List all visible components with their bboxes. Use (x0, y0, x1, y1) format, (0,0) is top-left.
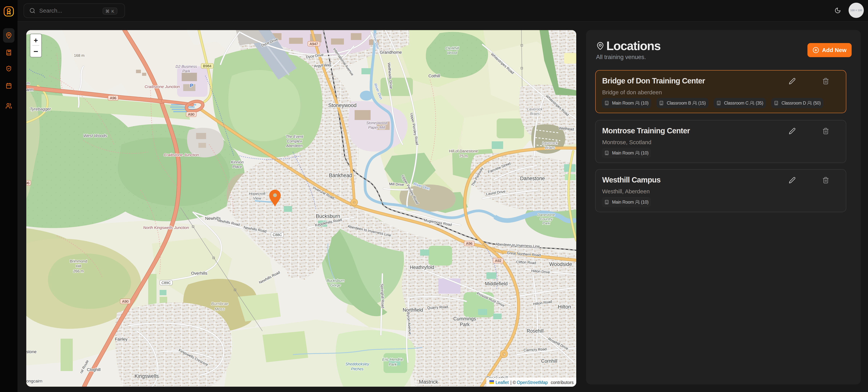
svg-text:arm: arm (26, 87, 33, 92)
svg-text:Springhill Road: Springhill Road (380, 283, 385, 308)
svg-text:A96: A96 (26, 181, 30, 185)
svg-text:A96: A96 (466, 242, 472, 245)
svg-text:Sheddocksley: Sheddocksley (345, 362, 369, 366)
svg-text:Stoneywood: Stoneywood (366, 121, 388, 125)
svg-text:A92: A92 (495, 259, 501, 263)
svg-text:Pitches: Pitches (351, 367, 364, 371)
svg-text:The Event: The Event (286, 134, 303, 139)
svg-text:North Kingswells Junction: North Kingswells Junction (143, 225, 189, 230)
svg-text:Bucksburn: Bucksburn (327, 278, 345, 283)
svg-text:168 m: 168 m (74, 53, 85, 58)
svg-text:Park: Park (460, 322, 470, 327)
svg-text:©: © (513, 380, 516, 385)
svg-text:Overhills: Overhills (191, 271, 207, 276)
svg-text:Danestone: Danestone (537, 213, 555, 217)
svg-text:Tyrebagger: Tyrebagger (30, 107, 52, 112)
svg-text:P: P (190, 83, 193, 88)
svg-text:Braes: Braes (545, 146, 555, 150)
svg-text:Clerkhill: Clerkhill (445, 46, 459, 50)
svg-text:D2 Business: D2 Business (176, 64, 197, 68)
svg-text:A96: A96 (110, 96, 116, 100)
svg-text:Eric Hendrie: Eric Hendrie (382, 357, 403, 362)
svg-text:Woodside: Woodside (549, 261, 572, 267)
svg-text:Laverock: Laverock (542, 141, 558, 145)
svg-text:C88C: C88C (273, 233, 282, 237)
svg-text:Bankhead: Bankhead (329, 173, 352, 178)
svg-text:Complex: Complex (287, 139, 302, 143)
svg-text:Northfield: Northfield (403, 307, 423, 312)
svg-text:Bucksburn: Bucksburn (316, 213, 340, 219)
svg-text:Paper Mill: Paper Mill (368, 125, 385, 129)
svg-text:Cloghill: Cloghill (87, 367, 100, 372)
svg-text:Wood: Wood (447, 51, 457, 55)
svg-text:Park: Park (542, 221, 550, 225)
svg-text:m: m (27, 81, 30, 85)
svg-text:Hilton: Hilton (558, 304, 571, 310)
svg-text:Brimmond: Brimmond (70, 259, 87, 263)
svg-text:Grandhome: Grandhome (380, 50, 402, 55)
svg-text:Park: Park (389, 362, 397, 366)
svg-text:Kingswells: Kingswells (134, 373, 159, 379)
svg-text:Leaflet: Leaflet (496, 380, 509, 385)
svg-text:|: | (510, 380, 512, 385)
svg-text:Cornhill: Cornhill (541, 358, 557, 364)
svg-text:+: + (34, 36, 38, 44)
svg-text:Stoneywood: Stoneywood (328, 102, 357, 108)
svg-text:Rosehill: Rosehill (527, 328, 544, 334)
svg-text:−: − (33, 47, 38, 56)
svg-text:Fairley: Fairley (115, 337, 127, 341)
svg-text:Cothill: Cothill (428, 73, 440, 78)
svg-text:Park: Park (182, 69, 190, 73)
svg-text:Cummings: Cummings (453, 316, 476, 321)
svg-text:Hill: Hill (76, 264, 81, 268)
svg-text:Middlefield: Middlefield (485, 281, 508, 286)
svg-text:266 m: 266 m (73, 269, 84, 273)
svg-text:B984: B984 (203, 64, 212, 68)
svg-text:A90: A90 (122, 299, 128, 303)
svg-text:A947: A947 (310, 42, 318, 46)
svg-text:Craibstone Junction: Craibstone Junction (145, 84, 180, 89)
svg-text:Braes: Braes (530, 112, 540, 116)
svg-text:Kinnion: Kinnion (231, 160, 244, 164)
svg-text:Mill Drive: Mill Drive (389, 182, 404, 187)
svg-text:OpenStreetMap: OpenStreetMap (517, 380, 548, 385)
svg-text:Country: Country (540, 217, 553, 221)
svg-text:stone: stone (26, 349, 37, 354)
svg-text:Craibstone Junction: Craibstone Junction (163, 153, 199, 157)
svg-text:Aberdeen: Aberdeen (286, 144, 303, 148)
svg-text:Laverock: Laverock (527, 107, 542, 111)
svg-text:Heathryfold: Heathryfold (410, 265, 434, 270)
svg-text:Hopecroft: Hopecroft (249, 192, 266, 196)
svg-text:Moss: Moss (215, 307, 225, 311)
svg-text:Danestone: Danestone (520, 176, 545, 181)
svg-text:Mastrick: Mastrick (419, 379, 438, 385)
svg-text:West Woods: West Woods (84, 133, 107, 138)
svg-text:Hill of Danestone: Hill of Danestone (449, 149, 478, 153)
svg-text:Place: Place (232, 164, 242, 169)
svg-text:A90: A90 (188, 112, 194, 116)
svg-text:contributors: contributors (551, 380, 574, 385)
svg-text:ongcairn: ongcairn (26, 379, 42, 384)
svg-text:View: View (253, 196, 262, 200)
svg-text:75 m: 75 m (459, 154, 468, 158)
svg-text:C89C: C89C (161, 281, 171, 285)
svg-text:Gorge: Gorge (330, 283, 341, 287)
svg-text:Burnbrae: Burnbrae (211, 301, 228, 306)
